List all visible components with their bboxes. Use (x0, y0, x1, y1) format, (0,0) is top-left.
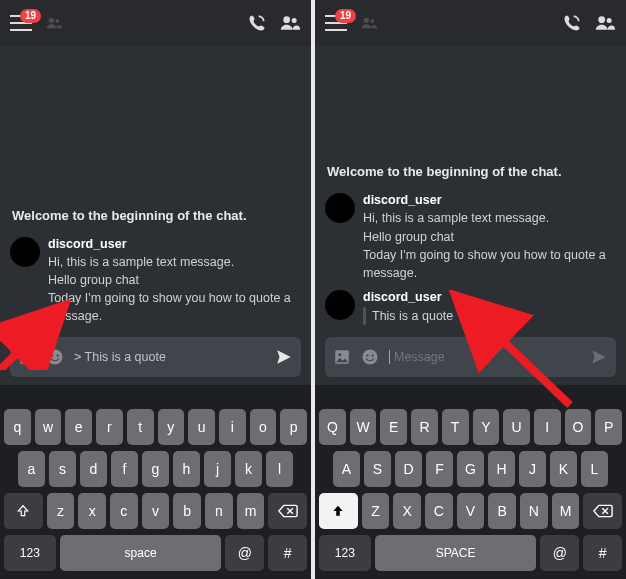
username[interactable]: discord_user (48, 237, 301, 251)
key-e[interactable]: e (65, 409, 92, 445)
key-v[interactable]: v (142, 493, 170, 529)
message-line: Today I'm going to show you how to quote… (363, 246, 616, 282)
key-123[interactable]: 123 (319, 535, 371, 571)
composer-input[interactable]: > This is a quote (74, 350, 267, 364)
key-hash[interactable]: # (268, 535, 307, 571)
svg-point-1 (55, 19, 59, 23)
key-o[interactable]: o (250, 409, 277, 445)
avatar[interactable] (10, 237, 40, 267)
message-line: Hello group chat (48, 271, 301, 289)
emoji-icon[interactable] (361, 348, 379, 366)
call-icon[interactable] (562, 13, 582, 33)
key-s[interactable]: s (364, 451, 391, 487)
avatar[interactable] (325, 193, 355, 223)
key-u[interactable]: u (503, 409, 530, 445)
username[interactable]: discord_user (363, 290, 616, 304)
key-space[interactable]: space (375, 535, 537, 571)
welcome-text: Welcome to the beginning of the chat. (327, 164, 616, 179)
message-composer[interactable]: > This is a quote (10, 337, 301, 377)
username[interactable]: discord_user (363, 193, 616, 207)
members-icon[interactable] (279, 13, 301, 33)
key-123[interactable]: 123 (4, 535, 56, 571)
call-icon[interactable] (247, 13, 267, 33)
image-icon[interactable] (18, 348, 36, 366)
key-b[interactable]: b (173, 493, 201, 529)
key-shift[interactable] (319, 493, 358, 529)
key-p[interactable]: p (280, 409, 307, 445)
menu-icon[interactable]: 19 (325, 15, 347, 31)
key-shift[interactable] (4, 493, 43, 529)
keyboard-row-2: a s d f g h j k l (319, 451, 622, 487)
key-y[interactable]: y (158, 409, 185, 445)
key-i[interactable]: i (534, 409, 561, 445)
key-z[interactable]: z (362, 493, 390, 529)
key-hash[interactable]: # (583, 535, 622, 571)
key-d[interactable]: d (80, 451, 107, 487)
key-x[interactable]: x (393, 493, 421, 529)
key-r[interactable]: r (411, 409, 438, 445)
key-k[interactable]: k (550, 451, 577, 487)
key-n[interactable]: n (205, 493, 233, 529)
key-q[interactable]: q (4, 409, 31, 445)
key-a[interactable]: a (333, 451, 360, 487)
composer-input[interactable]: Message (394, 350, 582, 364)
key-a[interactable]: a (18, 451, 45, 487)
key-l[interactable]: l (581, 451, 608, 487)
key-n[interactable]: n (520, 493, 548, 529)
key-backspace[interactable] (268, 493, 307, 529)
key-t[interactable]: t (442, 409, 469, 445)
key-k[interactable]: k (235, 451, 262, 487)
key-s[interactable]: s (49, 451, 76, 487)
key-b[interactable]: b (488, 493, 516, 529)
image-icon[interactable] (333, 348, 351, 366)
key-w[interactable]: w (350, 409, 377, 445)
svg-point-3 (292, 18, 297, 23)
key-j[interactable]: j (204, 451, 231, 487)
message-line: Hi, this is a sample text message. (363, 209, 616, 227)
avatar[interactable] (325, 290, 355, 320)
key-o[interactable]: o (565, 409, 592, 445)
key-y[interactable]: y (473, 409, 500, 445)
key-at[interactable]: @ (540, 535, 579, 571)
svg-point-7 (51, 354, 53, 356)
key-at[interactable]: @ (225, 535, 264, 571)
key-i[interactable]: i (219, 409, 246, 445)
key-backspace[interactable] (583, 493, 622, 529)
chat-area: Welcome to the beginning of the chat. di… (0, 46, 311, 385)
key-p[interactable]: p (595, 409, 622, 445)
svg-point-16 (366, 354, 368, 356)
key-j[interactable]: j (519, 451, 546, 487)
key-l[interactable]: l (266, 451, 293, 487)
send-icon[interactable] (590, 348, 608, 366)
key-space[interactable]: space (60, 535, 222, 571)
emoji-icon[interactable] (46, 348, 64, 366)
members-icon[interactable] (594, 13, 616, 33)
notification-badge: 19 (335, 9, 356, 23)
key-t[interactable]: t (127, 409, 154, 445)
key-r[interactable]: r (96, 409, 123, 445)
key-g[interactable]: g (142, 451, 169, 487)
key-f[interactable]: f (111, 451, 138, 487)
keyboard: q w e r t y u i o p a s d f g h j k l (0, 403, 311, 579)
key-c[interactable]: c (110, 493, 138, 529)
key-m[interactable]: m (237, 493, 265, 529)
key-u[interactable]: u (188, 409, 215, 445)
key-q[interactable]: q (319, 409, 346, 445)
menu-icon[interactable]: 19 (10, 15, 32, 31)
key-v[interactable]: v (457, 493, 485, 529)
key-g[interactable]: g (457, 451, 484, 487)
key-d[interactable]: d (395, 451, 422, 487)
key-c[interactable]: c (425, 493, 453, 529)
keyboard-row-4: 123 space @ # (319, 535, 622, 571)
key-e[interactable]: e (380, 409, 407, 445)
message-composer[interactable]: Message (325, 337, 616, 377)
key-h[interactable]: h (173, 451, 200, 487)
key-m[interactable]: m (552, 493, 580, 529)
key-z[interactable]: z (47, 493, 75, 529)
key-f[interactable]: f (426, 451, 453, 487)
key-h[interactable]: h (488, 451, 515, 487)
send-icon[interactable] (275, 348, 293, 366)
key-x[interactable]: x (78, 493, 106, 529)
key-w[interactable]: w (35, 409, 62, 445)
screenshot-right: 19 Welcome to the beginning of the chat.… (315, 0, 626, 579)
